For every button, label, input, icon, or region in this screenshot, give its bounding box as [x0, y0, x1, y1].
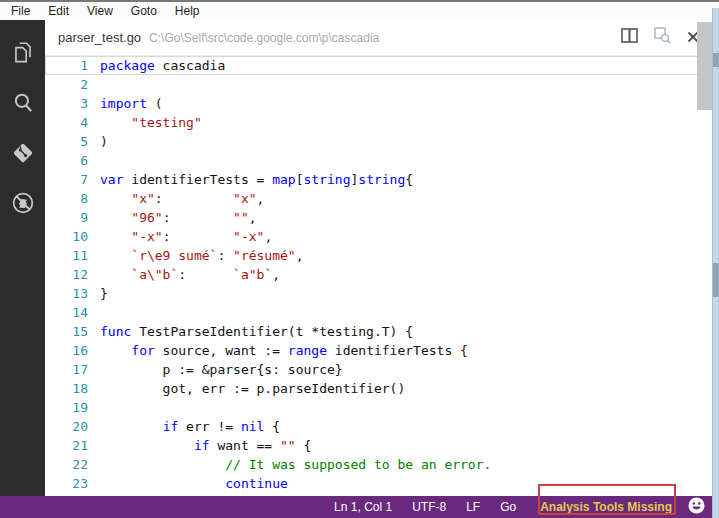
code-line[interactable]: 11 `r\e9 sumé`: "résumé",	[45, 246, 719, 265]
line-number: 9	[45, 208, 88, 227]
line-number: 6	[45, 151, 88, 170]
code-line[interactable]: 23 continue	[45, 474, 719, 493]
code-line[interactable]: 14	[45, 303, 719, 322]
code-line[interactable]: 13}	[45, 284, 719, 303]
activity-bar	[0, 20, 45, 496]
background-window-strip	[712, 8, 719, 518]
code-line[interactable]: 22 // It was supposed to be an error.	[45, 455, 719, 474]
line-number: 3	[45, 94, 88, 113]
line-number: 21	[45, 436, 88, 455]
code-line[interactable]: 10 "-x": "-x",	[45, 227, 719, 246]
line-number: 17	[45, 360, 88, 379]
code-line[interactable]: 5)	[45, 132, 719, 151]
status-bar: Ln 1, Col 1UTF-8LFGo Analysis Tools Miss…	[0, 496, 719, 518]
eol-indicator[interactable]: LF	[456, 500, 490, 514]
open-preview-icon[interactable]	[654, 27, 671, 48]
language-mode[interactable]: Go	[490, 500, 526, 514]
strip-patch	[713, 263, 719, 297]
menu-item-edit[interactable]: Edit	[39, 4, 78, 18]
sidebar-item-debug[interactable]	[0, 180, 45, 230]
encoding[interactable]: UTF-8	[402, 500, 456, 514]
code-line[interactable]: 20 if err != nil {	[45, 417, 719, 436]
feedback-smiley-icon	[688, 497, 705, 517]
tab-file-path: C:\Go\Self\src\code.google.com\p\cascadi…	[149, 31, 621, 45]
search-icon	[10, 90, 36, 120]
code-line[interactable]: 7var identifierTests = map[string]string…	[45, 170, 719, 189]
cursor-position[interactable]: Ln 1, Col 1	[324, 500, 402, 514]
line-text: `r\e9 sumé`: "résumé",	[88, 246, 304, 265]
line-number: 16	[45, 341, 88, 360]
line-text	[88, 151, 100, 170]
code-line[interactable]: 17 p := &parser{s: source}	[45, 360, 719, 379]
sidebar-item-git[interactable]	[0, 130, 45, 180]
menu-item-file[interactable]: File	[2, 4, 39, 18]
sidebar-item-explorer[interactable]	[0, 30, 45, 80]
line-text: if err != nil {	[88, 417, 280, 436]
line-number: 19	[45, 398, 88, 417]
code-line[interactable]: 18 got, err := p.parseIdentifier()	[45, 379, 719, 398]
line-text: "96": "",	[88, 208, 257, 227]
code-area[interactable]: 1package cascadia23import (4 "testing"5)…	[45, 56, 719, 496]
status-items: Ln 1, Col 1UTF-8LFGo	[324, 500, 526, 514]
line-text: }	[88, 284, 108, 303]
line-number: 12	[45, 265, 88, 284]
code-line[interactable]: 21 if want == "" {	[45, 436, 719, 455]
code-line[interactable]: 15func TestParseIdentifier(t *testing.T)…	[45, 322, 719, 341]
line-text: continue	[88, 474, 288, 493]
line-text: var identifierTests = map[string]string{	[88, 170, 413, 189]
status-warning[interactable]: Analysis Tools Missing	[526, 500, 686, 514]
main-area: parser_test.go C:\Go\Self\src\code.googl…	[0, 20, 719, 496]
line-number: 2	[45, 75, 88, 94]
code-line[interactable]: 4 "testing"	[45, 113, 719, 132]
code-line[interactable]: 9 "96": "",	[45, 208, 719, 227]
line-text: "-x": "-x",	[88, 227, 272, 246]
line-number: 23	[45, 474, 88, 493]
code-line[interactable]: 12 `a\"b`: `a"b`,	[45, 265, 719, 284]
line-text: )	[88, 132, 108, 151]
editor-scrollbar-thumb[interactable]	[697, 22, 712, 110]
menu-item-view[interactable]: View	[78, 4, 122, 18]
line-text: got, err := p.parseIdentifier()	[88, 379, 405, 398]
line-text: `a\"b`: `a"b`,	[88, 265, 280, 284]
line-number: 1	[45, 56, 88, 75]
line-number: 4	[45, 113, 88, 132]
line-number: 13	[45, 284, 88, 303]
line-text: "testing"	[88, 113, 202, 132]
line-text: p := &parser{s: source}	[88, 360, 343, 379]
sidebar-item-search[interactable]	[0, 80, 45, 130]
line-number: 8	[45, 189, 88, 208]
line-number: 15	[45, 322, 88, 341]
code-line[interactable]: 16 for source, want := range identifierT…	[45, 341, 719, 360]
line-text: func TestParseIdentifier(t *testing.T) {	[88, 322, 413, 341]
line-text: package cascadia	[88, 56, 225, 75]
menu-bar: FileEditViewGotoHelp	[0, 0, 719, 20]
feedback-smiley-button[interactable]	[688, 497, 705, 517]
explorer-icon	[10, 40, 36, 70]
code-line[interactable]: 1package cascadia	[45, 56, 719, 75]
code-line[interactable]: 19	[45, 398, 719, 417]
menu-item-goto[interactable]: Goto	[122, 4, 166, 18]
line-text	[88, 303, 100, 322]
line-number: 10	[45, 227, 88, 246]
code-line[interactable]: 8 "x": "x",	[45, 189, 719, 208]
line-text	[88, 75, 100, 94]
code-line[interactable]: 2	[45, 75, 719, 94]
line-text: // It was supposed to be an error.	[88, 455, 491, 474]
tab-bar: parser_test.go C:\Go\Self\src\code.googl…	[45, 20, 719, 56]
vscode-window: FileEditViewGotoHelp	[0, 0, 719, 518]
line-number: 18	[45, 379, 88, 398]
no-debug-icon	[10, 190, 36, 220]
line-number: 5	[45, 132, 88, 151]
code-line[interactable]: 6	[45, 151, 719, 170]
line-text: for source, want := range identifierTest…	[88, 341, 468, 360]
line-number: 22	[45, 455, 88, 474]
line-text: "x": "x",	[88, 189, 264, 208]
split-editor-icon[interactable]	[621, 28, 638, 47]
menu-item-help[interactable]: Help	[166, 4, 209, 18]
code-line[interactable]: 3import (	[45, 94, 719, 113]
strip-patch	[713, 53, 719, 67]
tab-title[interactable]: parser_test.go	[58, 30, 141, 45]
line-number: 7	[45, 170, 88, 189]
line-number: 20	[45, 417, 88, 436]
line-number: 14	[45, 303, 88, 322]
